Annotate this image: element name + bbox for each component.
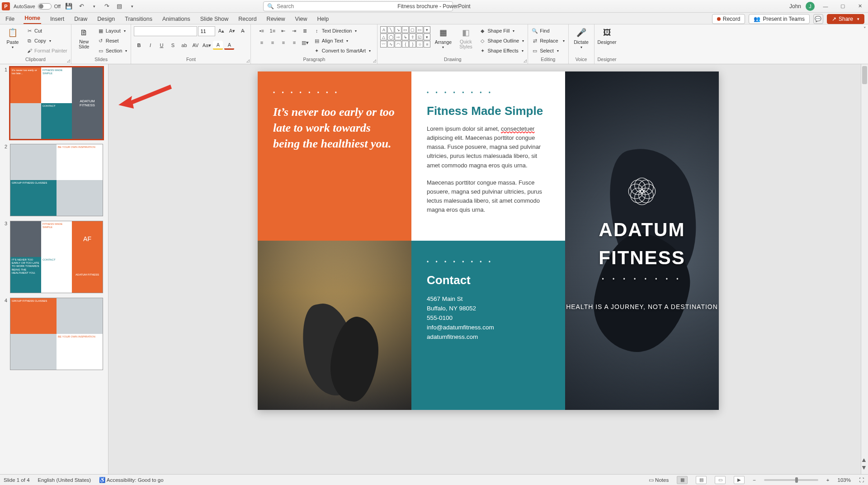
collapse-ribbon-icon[interactable]: ˅ xyxy=(863,26,866,32)
shape-arc-icon[interactable]: ◠ xyxy=(395,41,401,48)
paste-button[interactable]: 📋 Paste ▾ xyxy=(3,26,23,49)
shape-fill-button[interactable]: ◆Shape Fill▾ xyxy=(478,26,525,35)
scrollbar-thumb[interactable] xyxy=(862,66,867,84)
text-direction-button[interactable]: ↕Text Direction▾ xyxy=(313,26,372,35)
align-right-button[interactable]: ≡ xyxy=(278,38,288,47)
spelling-error-word[interactable]: consectetuer xyxy=(501,125,534,132)
reset-button[interactable]: ↺Reset xyxy=(97,36,128,45)
change-case-button[interactable]: Aa▾ xyxy=(202,41,212,50)
align-left-button[interactable]: ≡ xyxy=(257,38,267,47)
notes-button[interactable]: ▭ Notes xyxy=(649,477,669,483)
slide-thumbnail-2[interactable]: BE YOUR OWN INSPIRATION GROUP FITNESS CL… xyxy=(10,144,103,216)
shape-line-icon[interactable]: ╲ xyxy=(387,26,394,33)
zoom-out-button[interactable]: − xyxy=(753,477,756,483)
dictate-button[interactable]: 🎤Dictate▾ xyxy=(571,26,591,49)
shape-more2-icon[interactable]: ▾ xyxy=(424,33,430,40)
bullets-button[interactable]: •≡ xyxy=(257,26,267,35)
chevron-down-icon[interactable]: ▾ xyxy=(369,49,371,53)
slide-thumbnail-1[interactable]: It's never too early or too late... FITN… xyxy=(10,67,103,139)
dialog-launcher-icon[interactable]: ◿ xyxy=(246,58,250,63)
slide-editor[interactable]: • • • • • • • • It’s never too early or … xyxy=(108,64,868,474)
record-button[interactable]: Record xyxy=(712,14,745,24)
slide-thumbnail-panel[interactable]: 1 It's never too early or too late... FI… xyxy=(0,64,108,474)
chevron-down-icon[interactable]: ▾ xyxy=(346,39,348,43)
zoom-slider[interactable] xyxy=(764,479,818,481)
convert-smartart-button[interactable]: ✦Convert to SmartArt▾ xyxy=(313,46,372,55)
increase-font-icon[interactable]: A▴ xyxy=(216,26,226,35)
chevron-down-icon[interactable]: ▾ xyxy=(12,45,14,49)
shape-brace-l-icon[interactable]: { xyxy=(402,41,409,48)
quick-styles-button[interactable]: ◧Quick Styles xyxy=(456,26,476,49)
next-slide-icon[interactable]: ⯆ xyxy=(861,465,867,471)
numbering-button[interactable]: 1≡ xyxy=(268,26,278,35)
tab-slideshow[interactable]: Slide Show xyxy=(199,14,230,24)
shape-more1-icon[interactable]: ▾ xyxy=(424,26,430,33)
replace-button[interactable]: ⇄Replace▾ xyxy=(531,36,565,45)
dialog-launcher-icon[interactable]: ◿ xyxy=(67,58,70,63)
fit-to-window-button[interactable]: ⛶ xyxy=(859,477,864,483)
shapes-gallery[interactable]: A╲↘▭▢▭▾ △◯⇨↳⇧◱▾ 〰∿◠{}☆≡ xyxy=(380,26,430,48)
dialog-launcher-icon[interactable]: ◿ xyxy=(373,58,376,63)
search-box[interactable]: 🔍 Search xyxy=(263,1,453,11)
user-avatar[interactable]: J xyxy=(806,2,815,11)
slideshow-view-button[interactable]: ▶ xyxy=(734,476,745,484)
bold-button[interactable]: B xyxy=(134,41,144,50)
align-text-button[interactable]: ▤Align Text▾ xyxy=(313,36,372,45)
italic-button[interactable]: I xyxy=(145,41,155,50)
chevron-down-icon[interactable]: ▾ xyxy=(522,49,524,53)
arrange-button[interactable]: ▦Arrange▾ xyxy=(433,26,453,49)
shape-arrow-u-icon[interactable]: ⇧ xyxy=(409,33,416,40)
panel-cover-photo[interactable]: ADATUM FITNESS • • • • • • • • HEALTH IS… xyxy=(565,71,719,410)
shape-arrow-bent-icon[interactable]: ↳ xyxy=(402,33,409,40)
shape-curve-icon[interactable]: 〰 xyxy=(380,41,387,48)
save-icon[interactable]: 💾 xyxy=(64,2,73,11)
language-status[interactable]: English (United States) xyxy=(38,477,91,483)
font-name-combo[interactable] xyxy=(134,26,197,36)
panel-orange-quote[interactable]: • • • • • • • • It’s never too early or … xyxy=(258,71,411,241)
toggle-switch-icon[interactable] xyxy=(38,3,52,10)
tab-transitions[interactable]: Transitions xyxy=(124,14,153,24)
shape-rect2-icon[interactable]: ▭ xyxy=(416,26,423,33)
decrease-indent-button[interactable]: ⇤ xyxy=(278,26,288,35)
strikethrough-button[interactable]: ab xyxy=(179,41,189,50)
prev-slide-icon[interactable]: ⯅ xyxy=(861,458,867,464)
chevron-down-icon[interactable]: ▾ xyxy=(355,29,357,33)
shape-textbox-icon[interactable]: A xyxy=(380,26,387,33)
shape-more3-icon[interactable]: ≡ xyxy=(424,41,430,48)
tab-view[interactable]: View xyxy=(294,14,308,24)
shape-effects-button[interactable]: ✦Shape Effects▾ xyxy=(478,46,525,55)
shape-arrow-r-icon[interactable]: ⇨ xyxy=(395,33,401,40)
chevron-down-icon[interactable]: ▾ xyxy=(513,29,514,33)
cut-button[interactable]: ✂Cut xyxy=(25,26,68,35)
chevron-down-icon[interactable]: ▾ xyxy=(557,49,559,53)
normal-view-button[interactable]: ▦ xyxy=(677,476,688,484)
undo-icon[interactable]: ↶ xyxy=(77,2,86,11)
shape-rect-icon[interactable]: ▭ xyxy=(402,26,409,33)
increase-indent-button[interactable]: ⇥ xyxy=(289,26,299,35)
shape-outline-button[interactable]: ◇Shape Outline▾ xyxy=(478,36,525,45)
tab-animations[interactable]: Animations xyxy=(161,14,191,24)
char-spacing-button[interactable]: AV xyxy=(190,41,200,50)
tab-insert[interactable]: Insert xyxy=(49,14,65,24)
vertical-scrollbar[interactable]: ⯅ ⯆ xyxy=(861,64,868,474)
copy-button[interactable]: ⧉Copy▾ xyxy=(25,36,68,45)
comments-button[interactable]: 💬 xyxy=(813,14,823,24)
align-center-button[interactable]: ≡ xyxy=(268,38,278,47)
qat-customize-icon[interactable]: ▾ xyxy=(127,2,137,11)
decrease-font-icon[interactable]: A▾ xyxy=(227,26,237,35)
panel-contact[interactable]: • • • • • • • • Contact 4567 Main St Buf… xyxy=(411,241,565,410)
shape-line-arrow-icon[interactable]: ↘ xyxy=(395,26,401,33)
panel-running-photo[interactable] xyxy=(258,241,411,410)
share-button[interactable]: ↗Share▾ xyxy=(827,14,864,24)
slide-counter[interactable]: Slide 1 of 4 xyxy=(4,477,30,483)
reading-view-button[interactable]: ▭ xyxy=(715,476,726,484)
select-button[interactable]: ▭Select▾ xyxy=(531,46,565,55)
shape-triangle-icon[interactable]: △ xyxy=(380,33,387,40)
close-icon[interactable]: ✕ xyxy=(854,2,866,11)
clear-formatting-icon[interactable]: A̶ xyxy=(238,26,248,35)
chevron-down-icon[interactable]: ▾ xyxy=(125,49,127,53)
chevron-down-icon[interactable]: ▾ xyxy=(580,45,582,49)
format-painter-button[interactable]: 🖌Format Painter xyxy=(25,46,68,55)
slide-thumbnail-3[interactable]: FITNESS MADE SIMPLE AF IT'S NEVER TOO EA… xyxy=(10,221,103,293)
sorter-view-button[interactable]: ▤ xyxy=(696,476,707,484)
